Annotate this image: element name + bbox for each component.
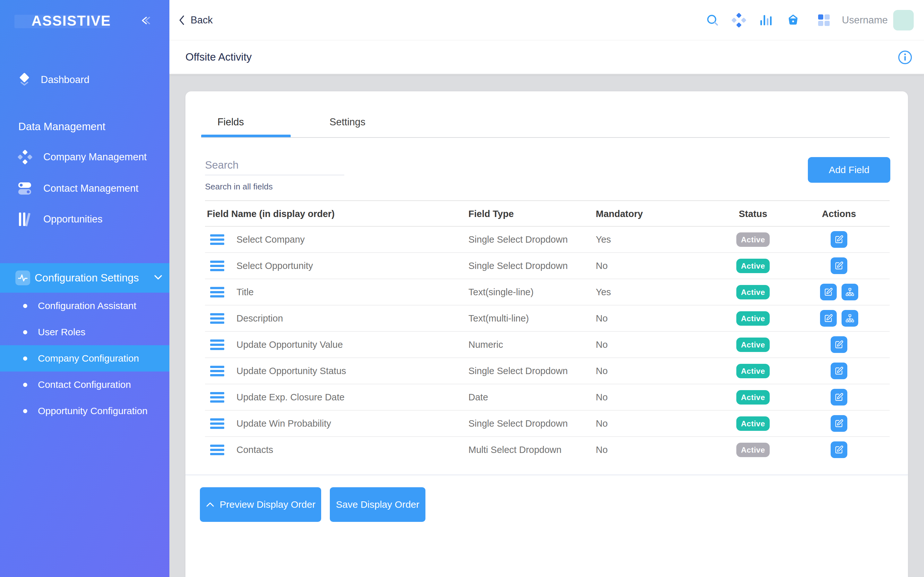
sidebar-item-opportunities[interactable]: Opportunities xyxy=(0,206,170,232)
edit-icon xyxy=(834,366,844,376)
sidebar-item-label: User Roles xyxy=(38,327,86,338)
mandatory-cell: No xyxy=(596,306,607,331)
bullet-icon xyxy=(23,409,27,413)
actions-cell xyxy=(788,279,890,305)
drag-handle-icon[interactable] xyxy=(210,279,224,305)
table-row: Select Company Single Select Dropdown Ye… xyxy=(205,227,890,253)
edit-field-button[interactable] xyxy=(820,284,837,300)
status-cell: Active xyxy=(718,253,788,279)
edit-field-button[interactable] xyxy=(830,442,847,458)
tab-settings[interactable]: Settings xyxy=(330,116,365,128)
drag-handle-icon[interactable] xyxy=(210,306,224,331)
edit-field-button[interactable] xyxy=(830,415,847,432)
app-root: ASSISTIVE Dashboard Data Management xyxy=(0,0,924,577)
contact-management-icon xyxy=(18,182,32,195)
basket-icon[interactable] xyxy=(786,0,800,40)
field-hierarchy-button[interactable] xyxy=(842,284,858,300)
avatar[interactable] xyxy=(893,10,914,31)
search-icon[interactable] xyxy=(706,0,719,40)
field-name-cell: Title xyxy=(236,279,254,305)
panel-divider xyxy=(186,474,908,475)
mandatory-cell: No xyxy=(596,358,607,384)
save-display-order-button[interactable]: Save Display Order xyxy=(330,487,425,522)
edit-field-button[interactable] xyxy=(830,389,847,406)
sidebar-item-company-management[interactable]: Company Management xyxy=(0,144,170,170)
company-management-icon xyxy=(18,150,32,164)
column-header-field-type: Field Type xyxy=(468,201,514,227)
preview-display-order-button[interactable]: Preview Display Order xyxy=(200,487,321,522)
apps-grid-icon[interactable] xyxy=(817,0,830,40)
sidebar-item-opportunity-configuration[interactable]: Opportunity Configuration xyxy=(0,398,170,424)
edit-field-button[interactable] xyxy=(830,258,847,274)
status-badge: Active xyxy=(736,285,769,300)
sidebar-item-contact-management[interactable]: Contact Management xyxy=(0,175,170,201)
mandatory-cell: No xyxy=(596,437,607,463)
sidebar-item-company-configuration[interactable]: Company Configuration xyxy=(0,345,170,372)
drag-handle-icon[interactable] xyxy=(210,332,224,358)
fields-table: Field Name (in display order) Field Type… xyxy=(205,200,890,463)
chevron-up-icon xyxy=(206,502,215,508)
status-badge: Active xyxy=(736,390,769,405)
sidebar-item-label: Contact Management xyxy=(43,183,138,194)
drag-handle-icon[interactable] xyxy=(210,253,224,279)
field-name-cell: Description xyxy=(236,306,283,331)
actions-cell xyxy=(788,253,890,279)
field-type-cell: Date xyxy=(468,384,488,410)
username-label: Username xyxy=(842,0,888,40)
edit-field-button[interactable] xyxy=(830,336,847,353)
field-type-cell: Numeric xyxy=(468,332,503,358)
field-hierarchy-button[interactable] xyxy=(842,310,858,327)
info-icon[interactable] xyxy=(898,50,913,66)
mandatory-cell: Yes xyxy=(596,279,611,305)
table-row: Update Opportunity Status Single Select … xyxy=(205,358,890,384)
sidebar-item-label: Opportunities xyxy=(43,213,102,225)
status-badge: Active xyxy=(736,338,769,352)
mandatory-cell: No xyxy=(596,253,607,279)
sidebar-item-user-roles[interactable]: User Roles xyxy=(0,319,170,345)
status-badge: Active xyxy=(736,364,769,378)
edit-icon xyxy=(834,261,844,271)
field-name-cell: Update Exp. Closure Date xyxy=(236,384,344,410)
edit-field-button[interactable] xyxy=(820,310,837,327)
drag-handle-icon[interactable] xyxy=(210,437,224,463)
back-button[interactable]: Back xyxy=(178,0,213,40)
field-name-cell: Select Company xyxy=(236,227,305,252)
field-name-cell: Update Win Probability xyxy=(236,411,331,436)
column-header-mandatory: Mandatory xyxy=(596,201,643,227)
sidebar-item-dashboard[interactable]: Dashboard xyxy=(0,67,170,93)
sidebar-item-configuration-assistant[interactable]: Configuration Assistant xyxy=(0,293,170,319)
edit-icon xyxy=(834,419,844,428)
status-cell: Active xyxy=(718,411,788,436)
add-field-button[interactable]: Add Field xyxy=(808,157,890,183)
edit-icon xyxy=(834,235,844,244)
sidebar-item-configuration-settings[interactable]: Configuration Settings xyxy=(0,263,170,293)
sidebar-collapse-icon[interactable] xyxy=(139,14,153,28)
search-input[interactable] xyxy=(205,155,344,175)
edit-icon xyxy=(834,445,844,455)
sidebar-item-label: Configuration Assistant xyxy=(38,300,136,311)
sidebar-item-contact-configuration[interactable]: Contact Configuration xyxy=(0,372,170,398)
tab-track xyxy=(201,137,890,138)
table-row: Contacts Multi Select Dropdown No Active xyxy=(205,437,890,463)
actions-cell xyxy=(788,358,890,384)
actions-cell xyxy=(788,332,890,358)
edit-field-button[interactable] xyxy=(830,231,847,248)
drag-handle-icon[interactable] xyxy=(210,358,224,384)
edit-field-button[interactable] xyxy=(830,363,847,379)
table-row: Title Text(single-line) Yes Active xyxy=(205,279,890,306)
status-badge: Active xyxy=(736,311,769,326)
field-type-cell: Single Select Dropdown xyxy=(468,411,568,436)
status-cell: Active xyxy=(718,358,788,384)
drag-handle-icon[interactable] xyxy=(210,227,224,252)
tab-fields[interactable]: Fields xyxy=(218,116,244,128)
status-badge: Active xyxy=(736,232,769,247)
table-header: Field Name (in display order) Field Type… xyxy=(205,200,890,227)
main-content: Fields Settings Search in all fields Add… xyxy=(170,74,924,577)
drag-handle-icon[interactable] xyxy=(210,384,224,410)
modules-icon[interactable] xyxy=(732,0,746,40)
status-cell: Active xyxy=(718,306,788,331)
edit-icon xyxy=(824,287,833,297)
preview-display-order-label: Preview Display Order xyxy=(220,499,315,510)
analytics-icon[interactable] xyxy=(759,0,773,40)
drag-handle-icon[interactable] xyxy=(210,411,224,436)
